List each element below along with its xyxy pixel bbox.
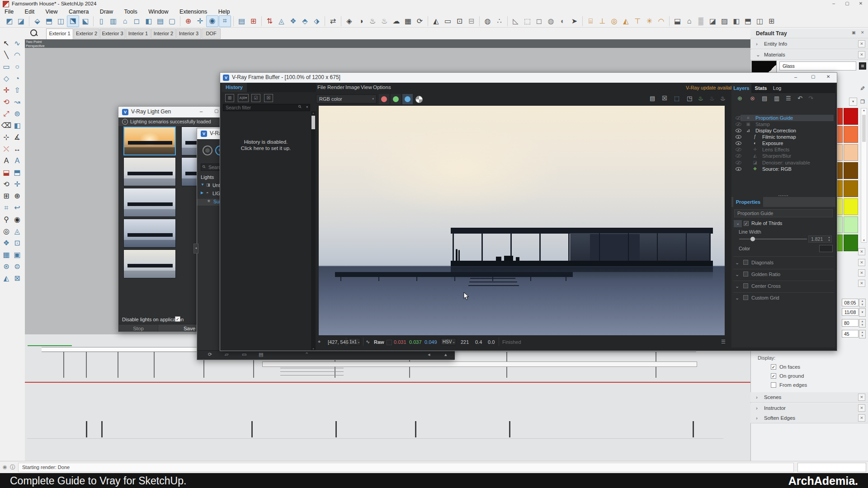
layer-row-denoiser[interactable]: ◪Denoiser: unavailable — [731, 160, 835, 166]
view-back-icon[interactable]: ⬕ — [80, 16, 91, 27]
materials-browser-icon[interactable]: ⬘ — [299, 16, 311, 27]
chevron-expanded-icon[interactable]: ▼ — [201, 183, 204, 187]
tray-panel-soften-edges[interactable]: › Soften Edges — [750, 413, 868, 423]
freehand-tool-icon[interactable]: ∿ — [12, 38, 23, 49]
zoom-icon[interactable]: ◉ — [206, 15, 218, 27]
shadow-date-dropdown-icon[interactable]: ▾ — [859, 308, 866, 317]
vray-asset-editor-icon[interactable]: ◑ — [355, 16, 367, 27]
vray-ab-compare-icon[interactable]: ⇄ — [327, 16, 339, 27]
paint-arrow-icon[interactable]: ❐ — [859, 98, 866, 106]
style-monochrome-icon[interactable]: ▢ — [166, 16, 178, 27]
material-swatch[interactable] — [844, 162, 858, 179]
minimize-icon[interactable]: – — [794, 74, 797, 80]
stats-toggle-icon[interactable]: ☰ — [721, 339, 726, 345]
3d-text-tool-icon[interactable]: A — [12, 155, 23, 166]
material-name-field[interactable]: Glass — [779, 61, 856, 70]
view-top-icon[interactable]: ⬒ — [43, 16, 55, 27]
previous-view-icon[interactable]: ↩ — [12, 202, 23, 213]
undo-icon[interactable]: ↶ — [797, 95, 802, 102]
vfb-save-image-icon[interactable]: ▤ — [650, 95, 655, 102]
light-tree-item-2[interactable]: ▶ ◓ LIGH — [197, 191, 222, 197]
vray-pick-icon[interactable]: ➤ — [569, 16, 580, 27]
vray-proxy-box-icon[interactable]: ⬚ — [522, 16, 533, 27]
material-swatch[interactable] — [844, 198, 858, 215]
search-scenes-icon[interactable] — [30, 29, 37, 36]
scroll-up-icon[interactable]: ▴ — [861, 108, 867, 112]
view-front-icon[interactable]: ◫ — [55, 16, 66, 27]
tab-stats[interactable]: Stats — [752, 84, 769, 93]
shadow-dark-field[interactable]: 45 — [842, 330, 859, 338]
material-swatch[interactable] — [844, 108, 858, 125]
soften-edges-close-icon[interactable]: ✕ — [858, 414, 865, 422]
delete-layer-icon[interactable]: ⊗ — [750, 95, 755, 102]
lighting-scenario-thumbnail-1[interactable] — [123, 127, 176, 155]
walk-tool-icon[interactable]: ◉ — [12, 214, 23, 225]
position-camera-icon[interactable]: ⚲ — [1, 214, 12, 225]
palette-scrollbar[interactable]: ▴ ▾ — [861, 108, 867, 243]
tray-panel-instructor[interactable]: › Instructor — [750, 403, 868, 413]
line-width-value-field[interactable]: 1.821 ▲▼ — [808, 235, 832, 243]
eyedropper-icon[interactable]: ✎ — [859, 86, 866, 91]
vray-batch-render-icon[interactable]: ⊡ — [454, 16, 465, 27]
spinner-icon[interactable]: ▲▼ — [828, 236, 830, 242]
style-hiddenline-icon[interactable]: ◻ — [131, 16, 142, 27]
tab-layers[interactable]: Layers — [731, 84, 751, 93]
vray-light-dome-icon[interactable]: ◠ — [656, 16, 667, 27]
vfb-menu-image[interactable]: Image — [345, 84, 360, 90]
vray-dots-icon[interactable]: ∴ — [494, 16, 505, 27]
vfb-interactive-render-icon[interactable]: ♨ — [720, 95, 726, 102]
light-tree-item-sunlight[interactable]: ✳ Sun — [197, 199, 222, 206]
vray-tool-a-icon[interactable]: ◬ — [12, 226, 23, 237]
eraser-tool-icon[interactable]: ⌫ — [1, 120, 12, 131]
vray-proxy-icon[interactable]: ⌂ — [684, 16, 695, 27]
layer-list-icon[interactable]: ☰ — [786, 95, 791, 102]
tray-hidden-panel-close-2[interactable]: ✕ — [858, 259, 865, 266]
pan-tool-icon[interactable]: ✛ — [12, 179, 23, 190]
maximize-button[interactable]: ▢ — [844, 0, 851, 7]
layer-row-filmic-tonemap[interactable]: ƒFilmic tonemap — [731, 134, 835, 140]
vray-fur-icon[interactable]: ▒ — [695, 16, 707, 27]
render-image[interactable] — [319, 106, 725, 335]
vray-mesh-light-icon[interactable]: ◧ — [731, 16, 742, 27]
vray-light-rect-icon[interactable]: ⌸ — [585, 16, 596, 27]
library-icon[interactable]: ▭ — [242, 352, 246, 357]
vfb-menu-render[interactable]: Render — [327, 84, 344, 90]
followme-tool-icon[interactable]: ↝ — [12, 97, 23, 108]
tray-pin-icon[interactable]: ▣ — [852, 30, 856, 35]
material-display-icon[interactable] — [859, 62, 866, 70]
zoom-tool-icon[interactable]: ⊕ — [12, 191, 23, 202]
history-search-input[interactable]: Search filter ⚲ ▾ — [223, 104, 310, 111]
pixel-probe-icon[interactable]: ⌖ — [318, 339, 321, 345]
style-wireframe-icon[interactable]: ⌂ — [119, 16, 131, 27]
material-swatch[interactable] — [844, 126, 858, 143]
paint-bucket-icon[interactable]: ◧ — [12, 120, 23, 131]
layer-row-exposure[interactable]: ◐Exposure — [731, 140, 835, 146]
load-layers-icon[interactable]: ▥ — [774, 95, 779, 102]
tab-exterior-2[interactable]: Exterior 2 — [74, 28, 99, 39]
vray-light-plane-icon[interactable]: ⊥ — [597, 16, 608, 27]
on-ground-checkbox[interactable]: ✓ — [771, 373, 776, 379]
scenes-icon[interactable]: ▤ — [236, 16, 247, 27]
grid-icon[interactable]: ⊞ — [248, 16, 259, 27]
rule-of-thirds-collapse-icon[interactable]: ⌄ — [734, 220, 742, 227]
disable-lights-checkbox[interactable]: ✓ — [175, 316, 180, 322]
shadow-light-field[interactable]: 80 — [842, 319, 859, 327]
vray-refres-icon[interactable]: ⟳ — [414, 16, 425, 27]
geolocation-status-icon[interactable]: ◉ — [3, 464, 7, 470]
vfb-region-render-icon[interactable]: ⬚ — [674, 95, 679, 102]
scenes-close-icon[interactable]: ✕ — [858, 394, 865, 401]
channel-selector[interactable]: RGB color ▾ — [316, 94, 377, 103]
style-xray-icon[interactable]: ▯ — [96, 16, 107, 27]
select-tool-icon[interactable]: ↖ — [1, 38, 12, 49]
components-icon[interactable]: ❖ — [288, 16, 299, 27]
vray-light-spot-icon[interactable]: ◭ — [620, 16, 632, 27]
section-plane-icon[interactable]: ⬓ — [1, 167, 12, 178]
layer-row-lens-effects[interactable]: ✛Lens Effects — [731, 146, 835, 153]
scroll-thumb[interactable] — [862, 115, 866, 142]
layer-row-proportion-guide[interactable]: ⌗Proportion Guide — [731, 115, 835, 121]
tab-interior-3[interactable]: Interior 3 — [176, 28, 201, 39]
history-list[interactable]: History is disabled. Click here to set i… — [222, 111, 310, 350]
maximize-icon[interactable]: ▢ — [214, 108, 218, 113]
dropdown-icon[interactable]: ▾ — [306, 105, 308, 109]
folder-icon[interactable]: ▱ — [225, 352, 228, 357]
